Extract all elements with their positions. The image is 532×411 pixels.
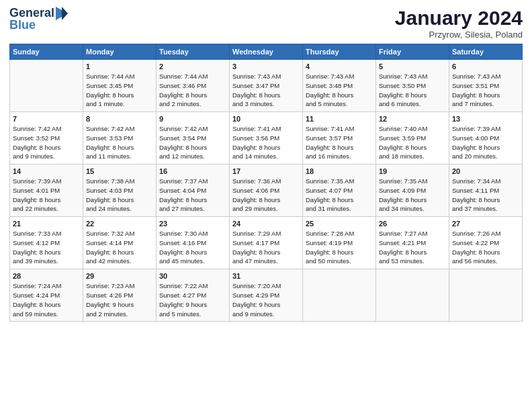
day-content: Sunrise: 7:27 AM Sunset: 4:21 PM Dayligh…	[379, 229, 446, 266]
logo-text-line2: Blue	[9, 19, 69, 32]
header: General Blue January 2024 Przyrow, Siles…	[9, 7, 523, 40]
calendar-subtitle: Przyrow, Silesia, Poland	[395, 30, 523, 40]
day-content: Sunrise: 7:35 AM Sunset: 4:09 PM Dayligh…	[379, 177, 446, 214]
day-number: 24	[232, 220, 300, 228]
day-cell: 20Sunrise: 7:34 AM Sunset: 4:11 PM Dayli…	[449, 165, 523, 217]
day-content: Sunrise: 7:41 AM Sunset: 3:56 PM Dayligh…	[232, 124, 300, 161]
day-number: 9	[159, 115, 226, 123]
day-content: Sunrise: 7:23 AM Sunset: 4:26 PM Dayligh…	[86, 281, 153, 318]
day-number: 31	[232, 272, 300, 280]
day-cell: 28Sunrise: 7:24 AM Sunset: 4:24 PM Dayli…	[10, 269, 83, 322]
day-cell: 25Sunrise: 7:28 AM Sunset: 4:19 PM Dayli…	[303, 217, 376, 269]
day-content: Sunrise: 7:43 AM Sunset: 3:51 PM Dayligh…	[452, 72, 519, 109]
day-cell	[10, 60, 83, 112]
day-number: 26	[379, 220, 446, 228]
day-cell: 26Sunrise: 7:27 AM Sunset: 4:21 PM Dayli…	[376, 217, 449, 269]
day-cell: 19Sunrise: 7:35 AM Sunset: 4:09 PM Dayli…	[376, 165, 449, 217]
day-content: Sunrise: 7:42 AM Sunset: 3:54 PM Dayligh…	[159, 124, 226, 161]
day-cell: 24Sunrise: 7:29 AM Sunset: 4:17 PM Dayli…	[230, 217, 303, 269]
day-content: Sunrise: 7:28 AM Sunset: 4:19 PM Dayligh…	[306, 229, 373, 266]
day-cell: 8Sunrise: 7:42 AM Sunset: 3:53 PM Daylig…	[83, 112, 157, 165]
day-content: Sunrise: 7:35 AM Sunset: 4:07 PM Dayligh…	[306, 177, 373, 214]
day-content: Sunrise: 7:38 AM Sunset: 4:03 PM Dayligh…	[86, 177, 153, 214]
day-number: 14	[13, 167, 80, 175]
day-number: 13	[452, 115, 519, 123]
day-content: Sunrise: 7:40 AM Sunset: 3:59 PM Dayligh…	[379, 124, 446, 161]
day-content: Sunrise: 7:26 AM Sunset: 4:22 PM Dayligh…	[452, 229, 519, 266]
day-content: Sunrise: 7:29 AM Sunset: 4:17 PM Dayligh…	[232, 229, 300, 266]
header-cell-thursday: Thursday	[303, 44, 376, 60]
header-cell-sunday: Sunday	[10, 44, 83, 60]
logo-icon	[56, 7, 68, 20]
day-content: Sunrise: 7:37 AM Sunset: 4:04 PM Dayligh…	[159, 177, 226, 214]
header-cell-friday: Friday	[376, 44, 449, 60]
calendar-table: SundayMondayTuesdayWednesdayThursdayFrid…	[9, 44, 523, 322]
day-cell	[303, 269, 376, 322]
day-cell: 14Sunrise: 7:39 AM Sunset: 4:01 PM Dayli…	[10, 165, 83, 217]
day-cell: 11Sunrise: 7:41 AM Sunset: 3:57 PM Dayli…	[303, 112, 376, 165]
day-cell: 10Sunrise: 7:41 AM Sunset: 3:56 PM Dayli…	[230, 112, 303, 165]
day-cell: 7Sunrise: 7:42 AM Sunset: 3:52 PM Daylig…	[10, 112, 83, 165]
day-cell: 27Sunrise: 7:26 AM Sunset: 4:22 PM Dayli…	[449, 217, 523, 269]
day-cell: 12Sunrise: 7:40 AM Sunset: 3:59 PM Dayli…	[376, 112, 449, 165]
logo: General Blue	[9, 7, 69, 32]
day-content: Sunrise: 7:22 AM Sunset: 4:27 PM Dayligh…	[159, 281, 226, 318]
day-content: Sunrise: 7:33 AM Sunset: 4:12 PM Dayligh…	[13, 229, 80, 266]
day-content: Sunrise: 7:43 AM Sunset: 3:48 PM Dayligh…	[306, 72, 373, 109]
day-number: 4	[306, 62, 373, 71]
day-content: Sunrise: 7:44 AM Sunset: 3:46 PM Dayligh…	[159, 72, 226, 109]
day-cell: 23Sunrise: 7:30 AM Sunset: 4:16 PM Dayli…	[157, 217, 230, 269]
day-cell: 17Sunrise: 7:36 AM Sunset: 4:06 PM Dayli…	[230, 165, 303, 217]
day-number: 29	[86, 272, 153, 280]
day-number: 23	[159, 220, 226, 228]
day-number: 12	[379, 115, 446, 123]
day-cell: 3Sunrise: 7:43 AM Sunset: 3:47 PM Daylig…	[230, 60, 303, 112]
day-content: Sunrise: 7:32 AM Sunset: 4:14 PM Dayligh…	[86, 229, 153, 266]
day-cell: 31Sunrise: 7:20 AM Sunset: 4:29 PM Dayli…	[230, 269, 303, 322]
day-cell: 22Sunrise: 7:32 AM Sunset: 4:14 PM Dayli…	[83, 217, 157, 269]
svg-marker-1	[62, 7, 68, 20]
day-number: 17	[232, 167, 300, 175]
day-cell: 30Sunrise: 7:22 AM Sunset: 4:27 PM Dayli…	[157, 269, 230, 322]
day-number: 15	[86, 167, 153, 175]
header-cell-tuesday: Tuesday	[157, 44, 230, 60]
day-number: 18	[306, 167, 373, 175]
day-content: Sunrise: 7:24 AM Sunset: 4:24 PM Dayligh…	[13, 281, 80, 318]
day-cell: 9Sunrise: 7:42 AM Sunset: 3:54 PM Daylig…	[157, 112, 230, 165]
header-cell-wednesday: Wednesday	[230, 44, 303, 60]
day-cell	[376, 269, 449, 322]
day-number: 25	[306, 220, 373, 228]
day-number: 7	[13, 115, 80, 123]
week-row-4: 28Sunrise: 7:24 AM Sunset: 4:24 PM Dayli…	[10, 269, 523, 322]
day-cell: 15Sunrise: 7:38 AM Sunset: 4:03 PM Dayli…	[83, 165, 157, 217]
day-number: 1	[86, 62, 153, 71]
day-cell: 18Sunrise: 7:35 AM Sunset: 4:07 PM Dayli…	[303, 165, 376, 217]
week-row-0: 1Sunrise: 7:44 AM Sunset: 3:45 PM Daylig…	[10, 60, 523, 112]
header-cell-saturday: Saturday	[449, 44, 523, 60]
day-content: Sunrise: 7:43 AM Sunset: 3:47 PM Dayligh…	[232, 72, 300, 109]
day-cell: 29Sunrise: 7:23 AM Sunset: 4:26 PM Dayli…	[83, 269, 157, 322]
day-cell: 13Sunrise: 7:39 AM Sunset: 4:00 PM Dayli…	[449, 112, 523, 165]
day-cell: 16Sunrise: 7:37 AM Sunset: 4:04 PM Dayli…	[157, 165, 230, 217]
day-number: 21	[13, 220, 80, 228]
day-content: Sunrise: 7:41 AM Sunset: 3:57 PM Dayligh…	[306, 124, 373, 161]
day-number: 27	[452, 220, 519, 228]
day-content: Sunrise: 7:44 AM Sunset: 3:45 PM Dayligh…	[86, 72, 153, 109]
day-cell: 1Sunrise: 7:44 AM Sunset: 3:45 PM Daylig…	[83, 60, 157, 112]
day-number: 6	[452, 62, 519, 71]
day-cell: 2Sunrise: 7:44 AM Sunset: 3:46 PM Daylig…	[157, 60, 230, 112]
title-block: January 2024 Przyrow, Silesia, Poland	[395, 7, 523, 40]
day-number: 19	[379, 167, 446, 175]
day-number: 3	[232, 62, 300, 71]
day-number: 2	[159, 62, 226, 71]
day-number: 16	[159, 167, 226, 175]
week-row-1: 7Sunrise: 7:42 AM Sunset: 3:52 PM Daylig…	[10, 112, 523, 165]
page: General Blue January 2024 Przyrow, Siles…	[0, 0, 532, 411]
day-cell: 4Sunrise: 7:43 AM Sunset: 3:48 PM Daylig…	[303, 60, 376, 112]
day-content: Sunrise: 7:39 AM Sunset: 4:00 PM Dayligh…	[452, 124, 519, 161]
header-row: SundayMondayTuesdayWednesdayThursdayFrid…	[10, 44, 523, 60]
week-row-3: 21Sunrise: 7:33 AM Sunset: 4:12 PM Dayli…	[10, 217, 523, 269]
day-cell	[449, 269, 523, 322]
day-number: 10	[232, 115, 300, 123]
day-number: 30	[159, 272, 226, 280]
